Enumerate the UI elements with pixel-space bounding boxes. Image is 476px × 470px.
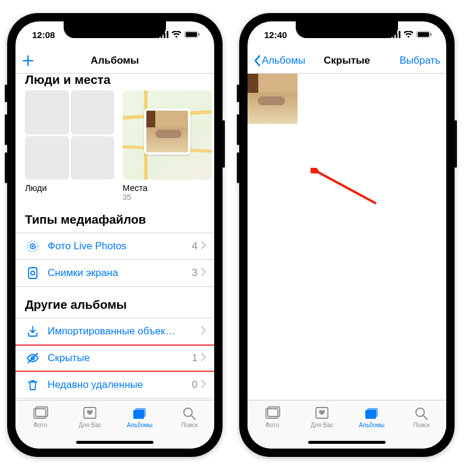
- home-indicator[interactable]: [308, 441, 386, 444]
- phone-right: 12:40 Альбомы С: [239, 13, 455, 457]
- row-count: 0: [192, 379, 198, 391]
- section-media-types-title: Типы медиафайлов: [15, 202, 214, 233]
- back-button[interactable]: Альбомы: [248, 48, 311, 73]
- notch: [64, 21, 166, 38]
- trash-icon: [25, 378, 40, 391]
- svg-line-20: [192, 416, 195, 419]
- import-icon: [25, 325, 40, 338]
- tab-label: Фото: [265, 422, 279, 428]
- tab-search[interactable]: Поиск: [165, 400, 215, 449]
- row-label: Снимки экрана: [48, 267, 192, 279]
- chevron-right-icon: [201, 325, 206, 337]
- list-row-livephoto[interactable]: Фото Live Photos4: [15, 233, 214, 260]
- list-row-screenshot[interactable]: Снимки экрана3: [15, 260, 214, 287]
- svg-point-34: [416, 408, 424, 416]
- chevron-right-icon: [201, 267, 206, 279]
- section-other-albums-title: Другие альбомы: [15, 287, 214, 318]
- tab-label: Фото: [33, 422, 47, 428]
- svg-rect-27: [431, 33, 432, 36]
- svg-rect-3: [167, 31, 168, 38]
- map-thumbnail: [123, 90, 212, 180]
- section-people-places-title: Люди и места: [15, 74, 214, 90]
- content-albums[interactable]: Люди и места Люди Мест: [15, 74, 214, 400]
- tab-label: Для Вас: [311, 422, 333, 428]
- content-hidden[interactable]: [248, 74, 446, 400]
- select-button[interactable]: Выбрать: [394, 48, 446, 73]
- svg-rect-24: [399, 31, 400, 38]
- svg-rect-5: [186, 32, 197, 37]
- tab-photos[interactable]: Фото: [248, 400, 298, 449]
- album-places-count: 35: [123, 193, 212, 202]
- chevron-right-icon: [201, 240, 206, 252]
- list-row-trash[interactable]: Недавно удаленные0: [15, 372, 214, 399]
- photo-thumbnail[interactable]: [248, 74, 298, 124]
- album-places-label: Места: [123, 183, 212, 193]
- wifi-icon: [171, 31, 181, 38]
- wifi-icon: [403, 31, 414, 38]
- row-label: Фото Live Photos: [48, 240, 192, 252]
- hidden-icon: [25, 352, 40, 365]
- add-button[interactable]: [15, 48, 42, 73]
- row-label: Скрытые: [48, 352, 192, 364]
- tab-label: Поиск: [413, 422, 430, 428]
- svg-line-28: [317, 171, 376, 203]
- home-indicator[interactable]: [76, 441, 154, 444]
- row-label: Недавно удаленные: [48, 379, 192, 391]
- tab-label: Альбомы: [359, 422, 384, 428]
- page-title: Альбомы: [90, 55, 139, 67]
- album-places[interactable]: Места 35: [123, 90, 212, 202]
- list-row-hidden[interactable]: Скрытые1: [15, 345, 214, 372]
- svg-point-11: [31, 271, 35, 275]
- svg-rect-6: [199, 33, 200, 36]
- navbar: Альбомы: [15, 48, 214, 74]
- status-time: 12:08: [32, 30, 55, 40]
- tab-label: Поиск: [181, 422, 198, 428]
- battery-icon: [184, 31, 200, 38]
- back-label: Альбомы: [262, 55, 305, 67]
- tab-label: Для Вас: [79, 422, 101, 428]
- row-label: Импортированные объек…: [48, 325, 201, 337]
- album-people[interactable]: Люди: [25, 90, 114, 202]
- svg-rect-33: [367, 408, 378, 417]
- list-row-import[interactable]: Импортированные объек…: [15, 318, 214, 345]
- livephoto-icon: [25, 240, 40, 253]
- screenshot-icon: [25, 267, 40, 280]
- annotation-arrow-icon: [311, 168, 382, 209]
- chevron-right-icon: [201, 352, 206, 364]
- row-count: 3: [192, 267, 198, 279]
- svg-rect-26: [418, 32, 429, 37]
- album-people-label: Люди: [25, 183, 114, 193]
- battery-icon: [416, 31, 432, 38]
- page-title: Скрытые: [324, 55, 370, 67]
- status-time: 12:40: [264, 30, 287, 40]
- svg-line-35: [424, 416, 427, 419]
- svg-rect-18: [135, 408, 146, 417]
- row-count: 4: [192, 240, 198, 252]
- notch: [296, 21, 398, 38]
- svg-rect-10: [29, 268, 37, 278]
- navbar: Альбомы Скрытые Выбрать: [248, 48, 446, 74]
- tab-label: Альбомы: [127, 422, 152, 428]
- svg-point-8: [32, 245, 34, 247]
- tab-photos[interactable]: Фото: [15, 400, 65, 449]
- phone-left: 12:08 Альбомы: [7, 13, 223, 457]
- svg-point-19: [184, 408, 192, 416]
- row-count: 1: [192, 352, 198, 364]
- tab-search[interactable]: Поиск: [397, 400, 447, 449]
- chevron-right-icon: [201, 379, 206, 391]
